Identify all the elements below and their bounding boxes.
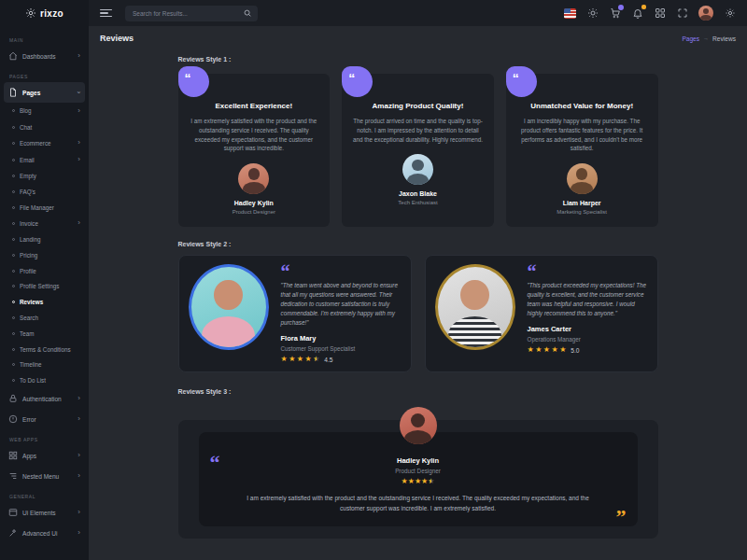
bullet-icon	[12, 238, 15, 241]
sidebar-item-invoice[interactable]: Invoice ›	[0, 215, 89, 231]
sidebar-item-search[interactable]: Search	[0, 310, 89, 326]
chevron-right-icon: ›	[78, 415, 80, 423]
chevron-right-icon: ›	[78, 395, 80, 402]
sidebar-section-web-apps: WEB APPS	[0, 434, 89, 445]
quote-close-icon: ”	[616, 511, 627, 523]
sidebar-item-faqs[interactable]: FAQ's	[0, 184, 89, 200]
reviewer-photo	[435, 264, 515, 350]
reviewer-avatar	[402, 154, 433, 185]
bullet-icon	[12, 316, 15, 319]
quote-open-icon: “	[506, 66, 537, 97]
bullet-icon	[12, 254, 15, 257]
sidebar-item-landing[interactable]: Landing	[0, 231, 89, 247]
bullet-icon	[12, 270, 15, 273]
sidebar-item-authentication[interactable]: Authentication ›	[0, 388, 89, 409]
nested-menu-icon	[8, 471, 18, 481]
review-card: “ Excellent Experience! I am extremely s…	[178, 74, 331, 227]
chevron-right-icon: ›	[78, 107, 80, 115]
sidebar-item-nested-menu[interactable]: Nested Menu ›	[0, 466, 89, 486]
sidebar-item-ui-elements[interactable]: Ui Elements ›	[0, 502, 89, 523]
search-icon[interactable]	[243, 8, 252, 18]
sidebar-section-main: MAIN	[0, 35, 89, 46]
sidebar: MAIN Dashboards › PAGES Pages › Blog › C…	[0, 26, 89, 560]
bullet-icon	[12, 175, 15, 177]
breadcrumb-separator-icon: →	[703, 35, 709, 41]
chevron-right-icon: ›	[78, 452, 80, 459]
cart-icon[interactable]	[609, 7, 621, 20]
review-card: “ Unmatched Value for Money! I am incred…	[506, 74, 658, 227]
bullet-icon	[12, 285, 15, 287]
reviewer-avatar	[238, 163, 269, 194]
language-flag-icon[interactable]	[564, 7, 576, 20]
quote-open-icon: “	[528, 266, 648, 277]
review-card: “ Amazing Product Quality! The product a…	[342, 74, 494, 227]
fullscreen-icon[interactable]	[676, 7, 688, 20]
sidebar-item-blog[interactable]: Blog ›	[0, 103, 89, 119]
chevron-right-icon: ›	[78, 509, 80, 516]
main-content: Reviews Pages → Reviews Reviews Style 1 …	[89, 0, 747, 539]
chevron-right-icon: ›	[78, 52, 80, 60]
user-avatar[interactable]	[698, 6, 713, 21]
sidebar-section-pages: PAGES	[0, 71, 89, 82]
apps-grid-icon[interactable]	[654, 7, 666, 20]
chevron-down-icon: ›	[76, 91, 83, 94]
sidebar-item-chat[interactable]: Chat	[0, 119, 89, 135]
bullet-icon	[12, 301, 15, 303]
sidebar-section-general: GENERAL	[0, 491, 89, 502]
sidebar-item-pricing[interactable]: Pricing	[0, 247, 89, 263]
bullet-icon	[12, 159, 15, 161]
sidebar-item-todo[interactable]: To Do List	[0, 372, 89, 388]
bullet-icon	[12, 348, 15, 351]
reviewer-avatar	[400, 407, 437, 444]
breadcrumb-parent-link[interactable]: Pages	[682, 35, 699, 42]
quote-open-icon: “	[281, 266, 402, 277]
quote-open-icon: “	[342, 66, 373, 97]
sidebar-item-profile-settings[interactable]: Profile Settings	[0, 279, 89, 295]
sidebar-item-pages[interactable]: Pages ›	[4, 82, 85, 103]
grid-icon	[8, 451, 18, 460]
sidebar-item-reviews[interactable]: Reviews	[0, 294, 89, 310]
rating: ★★★★★★ 4.5	[281, 356, 402, 363]
home-icon	[8, 51, 18, 61]
star-rating-icons: ★★★★★★	[281, 356, 320, 363]
style1-grid: “ Excellent Experience! I am extremely s…	[178, 74, 658, 227]
review-inner-panel: “ ” Hadley Kylin Product Designer ★★★★★★…	[199, 432, 638, 526]
bullet-icon	[12, 222, 15, 225]
search-input[interactable]	[131, 9, 243, 18]
chevron-right-icon: ›	[78, 156, 80, 163]
chevron-right-icon: ›	[78, 529, 80, 537]
topbar: rixzo	[0, 0, 747, 26]
sidebar-item-terms[interactable]: Terms & Conditions	[0, 342, 89, 357]
sidebar-item-error[interactable]: Error ›	[0, 409, 89, 429]
sidebar-item-ecommerce[interactable]: Ecommerce ›	[0, 135, 89, 152]
alert-circle-icon	[8, 414, 18, 424]
sidebar-item-profile[interactable]: Profile	[0, 263, 89, 279]
global-search	[125, 6, 258, 21]
style2-grid: “ "The team went above and beyond to ens…	[178, 255, 658, 372]
chevron-right-icon: ›	[78, 139, 80, 147]
bullet-icon	[12, 126, 15, 129]
ui-elements-icon	[8, 508, 18, 517]
chevron-right-icon: ›	[78, 219, 80, 227]
style1-label: Reviews Style 1 :	[178, 56, 658, 63]
sidebar-item-timeline[interactable]: Timeline	[0, 357, 89, 373]
menu-toggle-icon[interactable]	[100, 9, 112, 18]
settings-gear-icon[interactable]	[724, 7, 736, 20]
chevron-right-icon: ›	[78, 472, 80, 480]
bullet-icon	[12, 142, 15, 145]
quote-open-icon: “	[178, 66, 209, 97]
breadcrumb-current: Reviews	[712, 35, 736, 42]
sidebar-item-email[interactable]: Email ›	[0, 151, 89, 168]
sidebar-item-dashboards[interactable]: Dashboards ›	[0, 46, 89, 66]
sidebar-item-file-manager[interactable]: File Manager	[0, 200, 89, 216]
theme-toggle-sun-icon[interactable]	[586, 7, 599, 20]
logo-text: rixzo	[40, 8, 63, 19]
app-logo[interactable]: rixzo	[0, 0, 89, 26]
review-card: “ ” Hadley Kylin Product Designer ★★★★★★…	[178, 420, 658, 539]
breadcrumb: Pages → Reviews	[682, 35, 736, 42]
sidebar-item-apps[interactable]: Apps ›	[0, 445, 89, 466]
sidebar-item-advanced-ui[interactable]: Advanced Ui ›	[0, 523, 89, 543]
notifications-bell-icon[interactable]	[631, 7, 643, 20]
sidebar-item-empty[interactable]: Empty	[0, 168, 89, 184]
sidebar-item-team[interactable]: Team	[0, 326, 89, 342]
